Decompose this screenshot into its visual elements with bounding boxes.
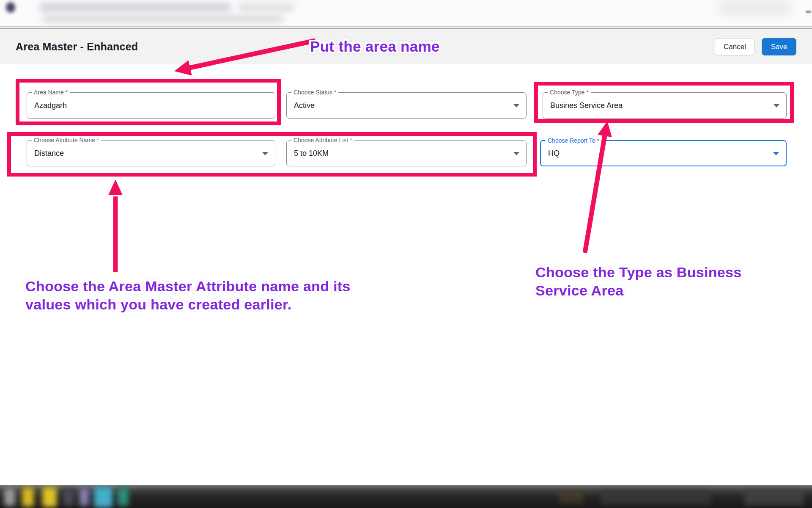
tab-favicon-blob bbox=[6, 2, 15, 13]
report-to-label: Choose Report To* bbox=[546, 137, 601, 145]
taskbar-icon-blob bbox=[118, 487, 129, 506]
tab-titles-blob bbox=[239, 3, 294, 11]
report-to-field[interactable]: Choose Report To* HQ bbox=[540, 140, 787, 166]
cancel-button[interactable]: Cancel bbox=[715, 38, 755, 55]
taskbar-icon-blob bbox=[80, 488, 89, 506]
highlight-box-attributes bbox=[7, 132, 537, 177]
highlight-box-area-name bbox=[16, 79, 281, 125]
taskbar-tray-blob bbox=[558, 491, 584, 503]
tab-titles-blob bbox=[40, 3, 230, 12]
taskbar-icon-blob bbox=[22, 487, 34, 507]
taskbar-icon-blob bbox=[42, 487, 57, 507]
taskbar-icon-blob bbox=[63, 488, 74, 506]
screen: Area Master - Enhanced Cancel Save Area … bbox=[0, 0, 812, 508]
highlight-box-type bbox=[534, 82, 794, 123]
dropdown-arrow-icon bbox=[773, 152, 779, 155]
taskbar-tray-blob bbox=[744, 489, 804, 505]
annotation-type-note: Choose the Type as Business Service Area bbox=[535, 263, 789, 300]
status-value: Active bbox=[294, 101, 315, 110]
report-to-value: HQ bbox=[548, 149, 560, 158]
dropdown-arrow-icon bbox=[513, 104, 519, 108]
browser-chrome bbox=[0, 0, 812, 26]
taskbar-tray-blob bbox=[601, 490, 710, 504]
annotation-put-area-name: Put the area name bbox=[310, 37, 488, 55]
status-field[interactable]: Choose Status* Active bbox=[286, 92, 527, 119]
chrome-divider bbox=[0, 26, 812, 29]
page-title: Area Master - Enhanced bbox=[16, 29, 138, 64]
save-button[interactable]: Save bbox=[762, 38, 796, 55]
annotation-attribute-note: Choose the Area Master Attribute name an… bbox=[25, 277, 368, 314]
taskbar[interactable] bbox=[0, 485, 812, 508]
taskbar-icon-blob bbox=[94, 486, 112, 508]
status-label: Choose Status* bbox=[291, 88, 338, 97]
taskbar-icon-blob bbox=[4, 488, 15, 506]
address-bar-blob bbox=[42, 16, 283, 22]
chrome-right-mark bbox=[806, 11, 811, 13]
chrome-right-blob bbox=[719, 1, 791, 16]
